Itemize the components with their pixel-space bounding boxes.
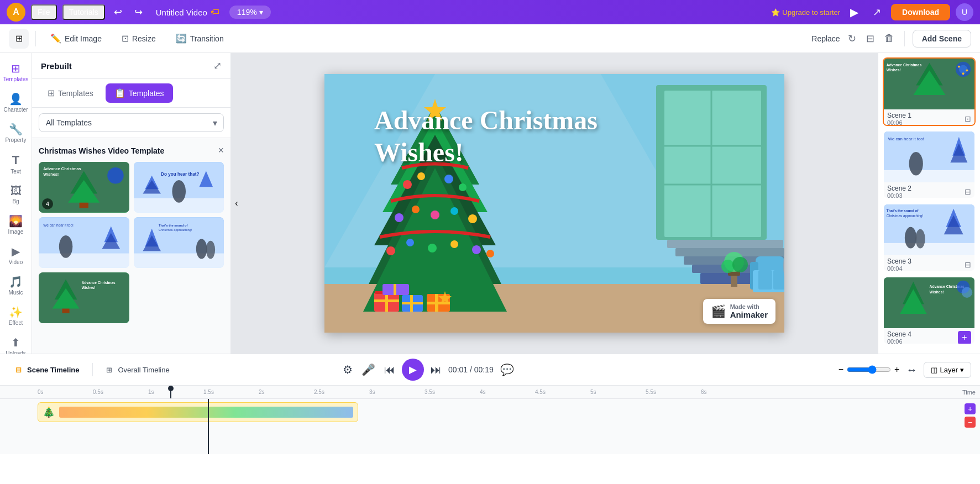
scene-4-info: Scene 4 00:06 + (884, 328, 974, 345)
track-row-1: 🎄 (0, 399, 980, 425)
share-button[interactable]: ↗ (868, 4, 885, 20)
template-section-close[interactable]: × (218, 145, 224, 156)
scene-item-1[interactable]: Advance Christmas Wishes! Scene 1 00:06 … (883, 57, 976, 126)
upgrade-button[interactable]: ⭐ Upgrade to starter (771, 8, 840, 17)
text-icon: T (12, 153, 19, 167)
nav-item-property[interactable]: 🔧 Property (2, 118, 30, 148)
undo-button[interactable]: ↩ (111, 4, 125, 20)
svg-rect-52 (773, 270, 784, 290)
title-edit-icon[interactable]: 🏷 (211, 7, 219, 17)
layer-button[interactable]: ◫ Layer ▾ (924, 362, 971, 378)
skip-back-button[interactable]: ⏮ (382, 361, 397, 378)
scene-4-add[interactable]: + (958, 331, 971, 344)
scene-2-menu[interactable]: ⊟ (965, 187, 971, 196)
resize-button[interactable]: ⊡ Resize (114, 30, 164, 47)
nav-item-music[interactable]: 🎵 Music (2, 271, 30, 300)
subtitle-button[interactable]: 💬 (498, 361, 516, 378)
time-add-button[interactable]: + (965, 403, 976, 414)
tab-scenes[interactable]: ⊞ Templates (39, 83, 102, 103)
scene-3-menu[interactable]: ⊟ (965, 260, 971, 269)
microphone-button[interactable]: 🎤 (359, 361, 378, 378)
timeline-separator (92, 363, 93, 376)
timeline-play-button[interactable]: ▶ (402, 359, 424, 381)
svg-text:Advance Christmas: Advance Christmas (43, 166, 81, 171)
collapse-arrow[interactable]: ‹ (231, 192, 242, 214)
template-thumb-4[interactable]: That's the sound of Christmas approachin… (134, 217, 224, 268)
video-icon: ▶ (12, 245, 20, 258)
nav-item-video[interactable]: ▶ Video (2, 240, 30, 270)
timeline-right-controls: − + ↔ ◫ Layer ▾ (838, 361, 971, 378)
overall-timeline-icon: ⊞ (106, 366, 112, 374)
skip-forward-button[interactable]: ⏭ (428, 361, 444, 378)
thumb-badge-1: 4 (42, 198, 53, 209)
svg-text:Wishes!: Wishes! (887, 68, 901, 72)
file-menu[interactable]: File (31, 4, 57, 20)
avatar[interactable]: U (956, 3, 973, 21)
template-section-title: Christmas Wishes Video Template (39, 146, 164, 155)
nav-item-effect[interactable]: ✨ Effect (2, 301, 30, 330)
dropdown-row: All Templates (32, 108, 230, 138)
svg-point-26 (196, 239, 207, 259)
edit-image-button[interactable]: ✏️ Edit Image (43, 30, 109, 47)
scene-settings-button[interactable]: ⚙ (340, 361, 355, 378)
scene-1-menu[interactable]: ⊡ (965, 114, 971, 123)
nav-item-bg[interactable]: 🖼 Bg (2, 180, 30, 209)
ruler-5s: 5s (590, 389, 646, 395)
svg-rect-3 (80, 203, 88, 208)
svg-text:Wishes!: Wishes! (82, 286, 96, 290)
template-thumb-5[interactable]: Advance Christmas Wishes! (39, 272, 129, 323)
star-icon: ⭐ (771, 8, 780, 17)
nav-item-templates[interactable]: ⊞ Templates (2, 57, 30, 87)
replace-button[interactable]: Replace (811, 34, 840, 43)
overall-timeline-tab[interactable]: ⊞ Overall Timeline (99, 362, 176, 377)
scene-1-duration: 00:06 (887, 119, 911, 126)
nav-item-character[interactable]: 👤 Character (2, 88, 30, 117)
toolbar2: ⊞ ✏️ Edit Image ⊡ Resize 🔄 Transition Re… (0, 24, 980, 53)
transition-button[interactable]: 🔄 Transition (168, 30, 232, 47)
time-remove-button[interactable]: − (965, 417, 976, 428)
scene-4-name: Scene 4 (887, 330, 911, 338)
split-view-button[interactable]: ⊟ (864, 30, 877, 47)
template-section-header: Christmas Wishes Video Template × (39, 145, 224, 156)
layer-icon: ◫ (931, 366, 937, 374)
template-thumb-2[interactable]: Do you hear that? (134, 162, 224, 213)
fit-button[interactable]: ↔ (904, 361, 919, 378)
nav-item-text[interactable]: T Text (2, 149, 30, 179)
tutorials-menu[interactable]: Tutorials (62, 4, 105, 20)
template-thumb-1[interactable]: Advance Christmas Wishes! 4 (39, 162, 129, 213)
svg-rect-51 (758, 270, 772, 290)
app-logo: A (7, 3, 25, 22)
track-block-1[interactable]: 🎄 (38, 402, 358, 422)
layer-chevron-icon: ▾ (960, 366, 964, 374)
scene-item-4[interactable]: Advance Christmas Wishes! Scene 4 00:06 … (883, 276, 976, 345)
svg-point-6 (107, 167, 123, 183)
ruler-2s: 2s (259, 389, 314, 395)
layout-button[interactable]: ⊞ (9, 29, 29, 49)
scene-timeline-tab[interactable]: ⊟ Scene Timeline (9, 362, 86, 377)
template-dropdown[interactable]: All Templates (39, 113, 224, 132)
svg-point-80 (486, 250, 494, 257)
delete-button[interactable]: 🗑 (882, 30, 897, 46)
zoom-control[interactable]: 119% ▾ (229, 6, 271, 19)
refresh-button[interactable]: ↻ (846, 30, 858, 47)
ruler-35s: 3.5s (425, 389, 480, 395)
redo-button[interactable]: ↪ (131, 4, 146, 20)
tab-templates[interactable]: 📋 Templates (106, 83, 173, 103)
svg-text:Wishes!: Wishes! (43, 172, 59, 177)
scene-item-3[interactable]: That's the sound of Christmas approachin… (883, 203, 976, 272)
download-button[interactable]: Download (891, 4, 950, 20)
effect-icon: ✨ (9, 306, 23, 319)
scene-3-duration: 00:04 (887, 265, 911, 272)
add-scene-button[interactable]: Add Scene (913, 30, 971, 48)
play-button-top[interactable]: ▶ (846, 3, 863, 21)
topbar: A File Tutorials ↩ ↪ Untitled Video 🏷 11… (0, 0, 980, 24)
zoom-range[interactable] (847, 365, 891, 374)
scene-item-2[interactable]: We can hear it too! Scene 2 00:03 ⊟ (883, 130, 976, 199)
template-thumb-3[interactable]: We can hear it too! (39, 217, 129, 268)
svg-point-141 (905, 227, 916, 249)
panel-expand-button[interactable]: ⤢ (213, 60, 222, 72)
scene-2-name: Scene 2 (887, 185, 911, 192)
image-icon: 🌄 (9, 214, 23, 228)
video-title[interactable]: Untitled Video (156, 8, 207, 17)
nav-item-image[interactable]: 🌄 Image (2, 210, 30, 239)
